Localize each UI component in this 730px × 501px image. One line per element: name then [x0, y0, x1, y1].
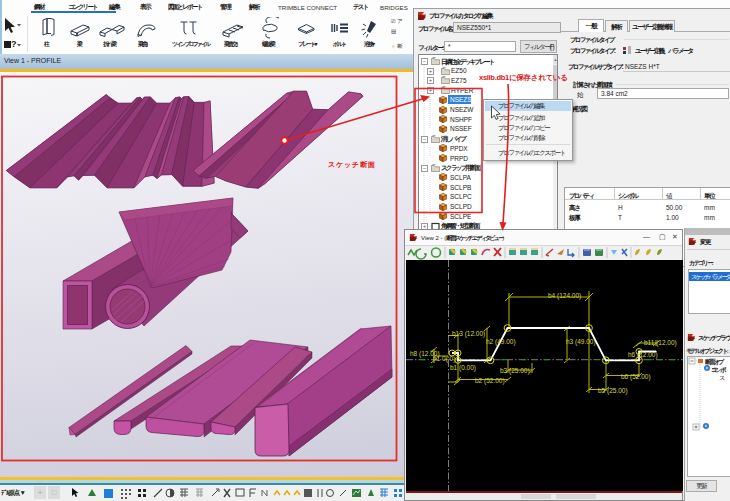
- svg-text:b13 (12.00): b13 (12.00): [452, 330, 485, 338]
- svg-text:h3 (49.00): h3 (49.00): [566, 338, 596, 346]
- svg-text:b4 (124.00): b4 (124.00): [548, 292, 581, 300]
- svg-text:b11 (12.00): b11 (12.00): [644, 339, 677, 347]
- svg-text:h2 (49.00): h2 (49.00): [486, 338, 516, 346]
- svg-text:h6 (12.00): h6 (12.00): [628, 351, 658, 359]
- svg-text:b1 (0.00): b1 (0.00): [450, 364, 476, 372]
- svg-text:h1 0( 0): h1 0( 0): [433, 355, 455, 363]
- svg-text:b5 (25.00): b5 (25.00): [598, 387, 628, 395]
- svg-text:b3 (25.00): b3 (25.00): [500, 367, 530, 375]
- svg-text:b2 (52.00): b2 (52.00): [475, 377, 505, 385]
- svg-text:?: ?: [11, 39, 17, 49]
- svg-text:b6 (52.00): b6 (52.00): [621, 373, 651, 381]
